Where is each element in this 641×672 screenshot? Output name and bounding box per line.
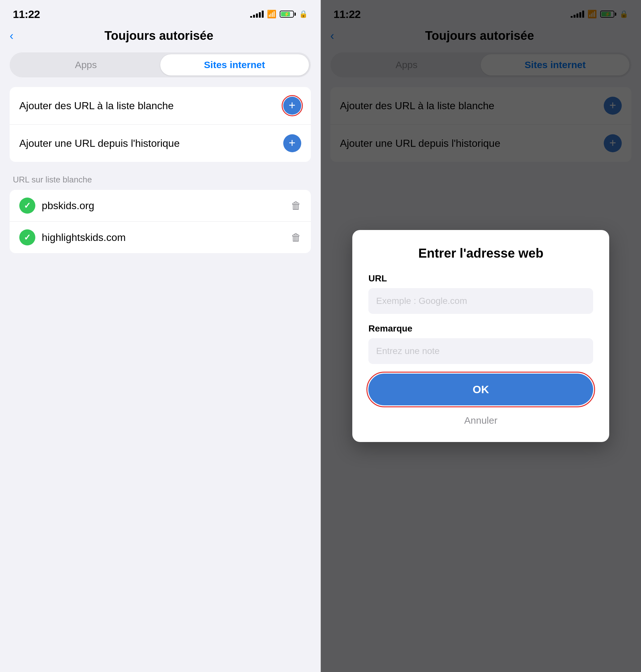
signal-icon bbox=[250, 11, 264, 18]
modal-overlay: Entrer l'adresse web URL Remarque OK Ann… bbox=[321, 0, 641, 672]
battery-icon: ⚡ bbox=[280, 11, 296, 18]
url-input[interactable] bbox=[368, 288, 593, 314]
wifi-icon: 📶 bbox=[267, 10, 276, 19]
url-field-label: URL bbox=[368, 273, 593, 284]
url-list: ✓ pbskids.org 🗑 ✓ highlightskids.com 🗑 bbox=[10, 190, 311, 253]
back-button-left[interactable]: ‹ bbox=[10, 30, 13, 42]
add-history-button[interactable]: + bbox=[283, 134, 301, 152]
status-icons-left: 📶 ⚡ 🔒 bbox=[250, 10, 308, 19]
list-item-add-url: Ajouter des URL à la liste blanche + bbox=[10, 87, 311, 125]
url-pbskids: pbskids.org bbox=[42, 200, 285, 212]
add-url-label: Ajouter des URL à la liste blanche bbox=[19, 100, 283, 112]
actions-card-left: Ajouter des URL à la liste blanche + Ajo… bbox=[10, 87, 311, 162]
add-url-button[interactable]: + bbox=[283, 97, 301, 115]
plus-icon-history: + bbox=[289, 137, 296, 149]
left-panel: 11:22 📶 ⚡ 🔒 ‹ Toujours autorisée bbox=[0, 0, 320, 672]
cancel-button[interactable]: Annuler bbox=[368, 412, 593, 429]
url-item-highlights: ✓ highlightskids.com 🗑 bbox=[10, 221, 311, 253]
tab-sites-left[interactable]: Sites internet bbox=[160, 54, 309, 76]
delete-highlights-button[interactable]: 🗑 bbox=[291, 232, 301, 243]
segment-control-left: Apps Sites internet bbox=[10, 52, 311, 77]
list-item-add-history: Ajouter une URL depuis l'historique + bbox=[10, 125, 311, 162]
lock-icon: 🔒 bbox=[299, 10, 308, 18]
plus-icon-add-url: + bbox=[289, 99, 296, 111]
modal-title: Entrer l'adresse web bbox=[368, 246, 593, 260]
check-icon-highlights: ✓ bbox=[19, 229, 35, 245]
section-label-whitelist: URL sur liste blanche bbox=[10, 172, 311, 188]
tab-apps-left[interactable]: Apps bbox=[12, 54, 160, 76]
content-left: Ajouter des URL à la liste blanche + Ajo… bbox=[0, 87, 320, 672]
note-input[interactable] bbox=[368, 338, 593, 364]
delete-pbskids-button[interactable]: 🗑 bbox=[291, 200, 301, 212]
status-bar-left: 11:22 📶 ⚡ 🔒 bbox=[0, 0, 320, 26]
url-item-pbskids: ✓ pbskids.org 🗑 bbox=[10, 190, 311, 221]
note-field-label: Remarque bbox=[368, 323, 593, 334]
modal-card: Entrer l'adresse web URL Remarque OK Ann… bbox=[352, 230, 609, 442]
check-icon-pbskids: ✓ bbox=[19, 198, 35, 214]
time-left: 11:22 bbox=[13, 8, 40, 21]
url-highlights: highlightskids.com bbox=[42, 232, 285, 243]
add-history-label: Ajouter une URL depuis l'historique bbox=[19, 137, 283, 149]
nav-header-left: ‹ Toujours autorisée bbox=[0, 26, 320, 49]
page-title-left: Toujours autorisée bbox=[17, 29, 301, 43]
ok-button[interactable]: OK bbox=[368, 374, 593, 405]
right-panel: 11:22 📶 ⚡ 🔒 ‹ Toujours autorisée bbox=[321, 0, 641, 672]
